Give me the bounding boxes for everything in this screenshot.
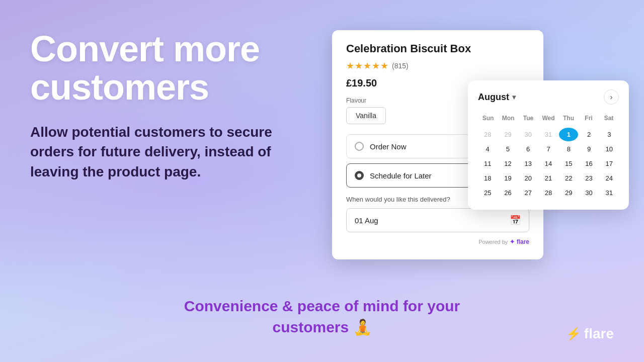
calendar-cell-other30[interactable]: 30	[519, 128, 538, 141]
calendar-cell-12[interactable]: 12	[498, 157, 517, 170]
schedule-later-label: Schedule for Later	[370, 171, 432, 180]
flare-brand: ✦ flare	[510, 238, 529, 245]
powered-by-label: Powered by	[478, 239, 508, 245]
calendar-cell-20[interactable]: 20	[519, 171, 538, 185]
stars-row: ★★★★★ (815)	[346, 60, 529, 71]
left-panel: Convert more customers Allow potential c…	[30, 20, 322, 182]
calendar-cell-13[interactable]: 13	[519, 157, 538, 170]
day-fri: Fri	[579, 113, 599, 124]
day-sun: Sun	[478, 113, 498, 124]
calendar-cell-22[interactable]: 22	[559, 171, 578, 185]
tagline: Convenience & peace of mind for your cus…	[161, 296, 483, 338]
date-value: 01 Aug	[355, 216, 378, 225]
powered-by: Powered by ✦ flare	[346, 238, 529, 245]
calendar-cell-2[interactable]: 2	[579, 128, 598, 141]
month-chevron-icon[interactable]: ▾	[512, 93, 516, 101]
calendar-cell-27[interactable]: 27	[519, 186, 538, 200]
calendar-cell-23[interactable]: 23	[579, 171, 598, 185]
calendar-icon: 📅	[510, 215, 521, 226]
day-mon: Mon	[498, 113, 518, 124]
calendar-cell-24[interactable]: 24	[600, 171, 619, 185]
flare-logo: ⚡ flare	[566, 326, 614, 342]
day-tue: Tue	[518, 113, 538, 124]
calendar-header: August ▾ ›	[478, 89, 619, 105]
calendar-month-title: August ▾	[478, 92, 516, 103]
calendar-cell-11[interactable]: 11	[478, 157, 497, 170]
calendar-cell-7[interactable]: 7	[539, 142, 558, 156]
calendar-cell-6[interactable]: 6	[519, 142, 538, 156]
date-input[interactable]: 01 Aug 📅	[346, 208, 529, 232]
calendar-cell-25[interactable]: 25	[478, 186, 497, 200]
calendar-cell-29[interactable]: 29	[559, 186, 578, 200]
calendar-cell-other28[interactable]: 28	[478, 128, 497, 141]
calendar-cell-18[interactable]: 18	[478, 171, 497, 185]
order-now-radio	[355, 142, 364, 151]
bottom-text: Convenience & peace of mind for your cus…	[161, 296, 483, 338]
radio-inner-dot	[357, 173, 361, 177]
headline: Convert more customers	[30, 30, 322, 106]
product-title: Celebration Biscuit Box	[346, 42, 529, 55]
calendar-cell-4[interactable]: 4	[478, 142, 497, 156]
calendar-cell-1[interactable]: 1	[559, 128, 578, 141]
calendar-cell-21[interactable]: 21	[539, 171, 558, 185]
flavour-button[interactable]: Vanilla	[346, 107, 386, 124]
flare-logo-text: flare	[584, 326, 614, 342]
order-now-label: Order Now	[370, 142, 407, 151]
schedule-later-radio	[355, 171, 364, 180]
star-rating: ★★★★★	[346, 60, 389, 71]
calendar-cell-17[interactable]: 17	[600, 157, 619, 170]
calendar-cell-31[interactable]: 31	[600, 186, 619, 200]
calendar-cell-8[interactable]: 8	[559, 142, 578, 156]
calendar-cell-other31[interactable]: 31	[539, 128, 558, 141]
right-panel: Celebration Biscuit Box ★★★★★ (815) £19.…	[332, 30, 614, 259]
calendar-popup: August ▾ › Sun Mon Tue Wed Thu Fri Sat 2…	[468, 80, 629, 210]
day-wed: Wed	[538, 113, 558, 124]
calendar-day-headers: Sun Mon Tue Wed Thu Fri Sat	[478, 113, 619, 124]
subtext: Allow potential customers to secure orde…	[30, 122, 292, 182]
flare-lightning-icon: ⚡	[566, 327, 581, 341]
calendar-cell-3[interactable]: 3	[600, 128, 619, 141]
review-count: (815)	[392, 62, 409, 70]
calendar-cell-26[interactable]: 26	[498, 186, 517, 200]
calendar-grid: 2829303112345678910111213141516171819202…	[478, 128, 619, 200]
calendar-cell-30[interactable]: 30	[579, 186, 598, 200]
day-thu: Thu	[558, 113, 579, 124]
month-name: August	[478, 92, 509, 103]
calendar-cell-19[interactable]: 19	[498, 171, 517, 185]
calendar-cell-16[interactable]: 16	[579, 157, 598, 170]
calendar-cell-14[interactable]: 14	[539, 157, 558, 170]
calendar-cell-5[interactable]: 5	[498, 142, 517, 156]
calendar-cell-15[interactable]: 15	[559, 157, 578, 170]
calendar-next-button[interactable]: ›	[604, 89, 619, 105]
calendar-cell-other29[interactable]: 29	[498, 128, 517, 141]
calendar-cell-9[interactable]: 9	[579, 142, 598, 156]
calendar-cell-28[interactable]: 28	[539, 186, 558, 200]
calendar-cell-10[interactable]: 10	[600, 142, 619, 156]
day-sat: Sat	[599, 113, 619, 124]
